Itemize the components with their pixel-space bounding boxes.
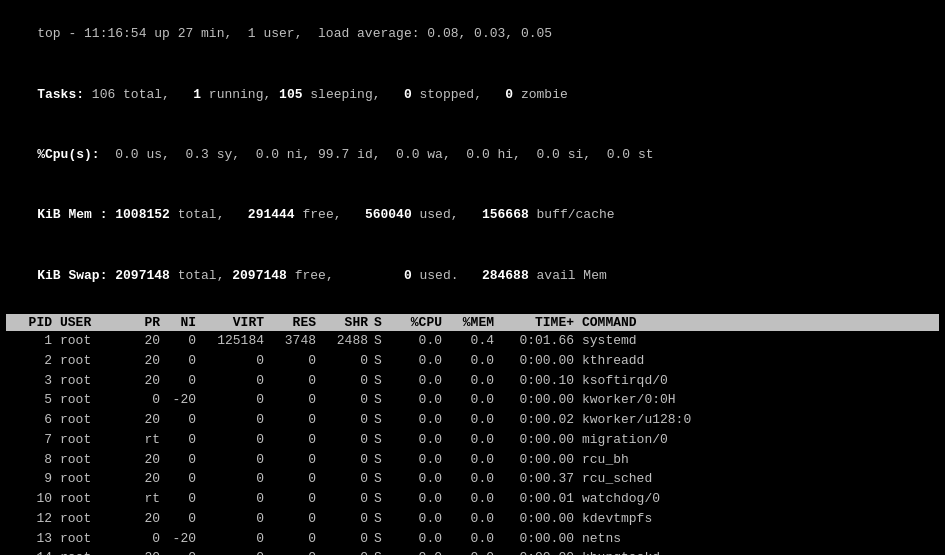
table-row: 10 root rt 0 0 0 0 S 0.0 0.0 0:00.01 wat…: [6, 489, 939, 509]
cell-shr: 2488: [320, 331, 372, 351]
cell-shr: 0: [320, 450, 372, 470]
swap-label: KiB Swap:: [37, 268, 115, 283]
cell-res: 0: [268, 430, 320, 450]
cell-s: S: [372, 410, 394, 430]
cell-ni: 0: [164, 371, 200, 391]
cpu-label: %Cpu(s):: [37, 147, 107, 162]
cell-pid: 2: [6, 351, 58, 371]
cell-mem: 0.0: [446, 548, 498, 555]
cell-pid: 3: [6, 371, 58, 391]
cell-virt: 0: [200, 351, 268, 371]
header-line4: KiB Mem : 1008152 total, 291444 free, 56…: [6, 185, 939, 245]
cell-ni: 0: [164, 410, 200, 430]
cell-user: root: [58, 509, 128, 529]
cell-time: 0:00.00: [498, 548, 578, 555]
cell-cmd: rcu_sched: [578, 469, 939, 489]
cell-shr: 0: [320, 430, 372, 450]
cell-virt: 125184: [200, 331, 268, 351]
cell-s: S: [372, 331, 394, 351]
cell-time: 0:00.00: [498, 509, 578, 529]
mem-label: KiB Mem :: [37, 207, 115, 222]
col-header-mem: %MEM: [446, 315, 498, 330]
cell-res: 0: [268, 489, 320, 509]
table-body: 1 root 20 0 125184 3748 2488 S 0.0 0.4 0…: [6, 331, 939, 555]
cell-res: 0: [268, 351, 320, 371]
cell-cpu: 0.0: [394, 351, 446, 371]
header-line3: %Cpu(s): 0.0 us, 0.3 sy, 0.0 ni, 99.7 id…: [6, 125, 939, 185]
col-header-s: S: [372, 315, 394, 330]
cell-mem: 0.0: [446, 351, 498, 371]
cell-res: 0: [268, 450, 320, 470]
cell-cpu: 0.0: [394, 371, 446, 391]
cell-cpu: 0.0: [394, 509, 446, 529]
cell-ni: 0: [164, 509, 200, 529]
cell-shr: 0: [320, 371, 372, 391]
cell-user: root: [58, 489, 128, 509]
cell-s: S: [372, 450, 394, 470]
col-header-virt: VIRT: [200, 315, 268, 330]
cell-virt: 0: [200, 489, 268, 509]
cell-user: root: [58, 529, 128, 549]
cell-pr: rt: [128, 430, 164, 450]
table-row: 8 root 20 0 0 0 0 S 0.0 0.0 0:00.00 rcu_…: [6, 450, 939, 470]
cell-time: 0:00.10: [498, 371, 578, 391]
cell-cmd: watchdog/0: [578, 489, 939, 509]
cell-res: 0: [268, 390, 320, 410]
cell-pid: 9: [6, 469, 58, 489]
cell-time: 0:00.37: [498, 469, 578, 489]
cell-time: 0:00.00: [498, 351, 578, 371]
cell-s: S: [372, 548, 394, 555]
cell-time: 0:00.00: [498, 529, 578, 549]
cell-s: S: [372, 371, 394, 391]
cell-cmd: kthreadd: [578, 351, 939, 371]
cell-res: 0: [268, 410, 320, 430]
cell-time: 0:00.00: [498, 450, 578, 470]
cell-ni: 0: [164, 331, 200, 351]
cell-pid: 5: [6, 390, 58, 410]
col-header-shr: SHR: [320, 315, 372, 330]
cell-s: S: [372, 509, 394, 529]
table-row: 14 root 20 0 0 0 0 S 0.0 0.0 0:00.00 khu…: [6, 548, 939, 555]
cell-shr: 0: [320, 469, 372, 489]
cell-virt: 0: [200, 469, 268, 489]
cell-mem: 0.0: [446, 509, 498, 529]
col-header-cpu: %CPU: [394, 315, 446, 330]
cell-cpu: 0.0: [394, 410, 446, 430]
table-row: 3 root 20 0 0 0 0 S 0.0 0.0 0:00.10 ksof…: [6, 371, 939, 391]
cell-cmd: migration/0: [578, 430, 939, 450]
cell-virt: 0: [200, 430, 268, 450]
cell-user: root: [58, 351, 128, 371]
cell-time: 0:01.66: [498, 331, 578, 351]
cell-user: root: [58, 390, 128, 410]
cell-pr: 20: [128, 450, 164, 470]
cell-pr: 20: [128, 331, 164, 351]
table-row: 1 root 20 0 125184 3748 2488 S 0.0 0.4 0…: [6, 331, 939, 351]
cell-shr: 0: [320, 390, 372, 410]
cell-shr: 0: [320, 489, 372, 509]
cell-ni: 0: [164, 469, 200, 489]
cell-time: 0:00.00: [498, 430, 578, 450]
cell-pid: 13: [6, 529, 58, 549]
cell-virt: 0: [200, 410, 268, 430]
cell-cpu: 0.0: [394, 331, 446, 351]
cell-pr: 0: [128, 390, 164, 410]
cell-mem: 0.0: [446, 529, 498, 549]
header-line5: KiB Swap: 2097148 total, 2097148 free, 0…: [6, 246, 939, 306]
cell-res: 0: [268, 371, 320, 391]
cell-pid: 7: [6, 430, 58, 450]
cell-s: S: [372, 469, 394, 489]
cell-pr: 20: [128, 509, 164, 529]
cell-s: S: [372, 390, 394, 410]
table-row: 5 root 0 -20 0 0 0 S 0.0 0.0 0:00.00 kwo…: [6, 390, 939, 410]
cell-s: S: [372, 489, 394, 509]
col-header-pid: PID: [6, 315, 58, 330]
cell-cmd: ksoftirqd/0: [578, 371, 939, 391]
cell-pid: 6: [6, 410, 58, 430]
cell-cmd: rcu_bh: [578, 450, 939, 470]
cell-mem: 0.0: [446, 390, 498, 410]
cell-ni: 0: [164, 548, 200, 555]
col-header-ni: NI: [164, 315, 200, 330]
cell-user: root: [58, 371, 128, 391]
cell-s: S: [372, 351, 394, 371]
cell-virt: 0: [200, 371, 268, 391]
